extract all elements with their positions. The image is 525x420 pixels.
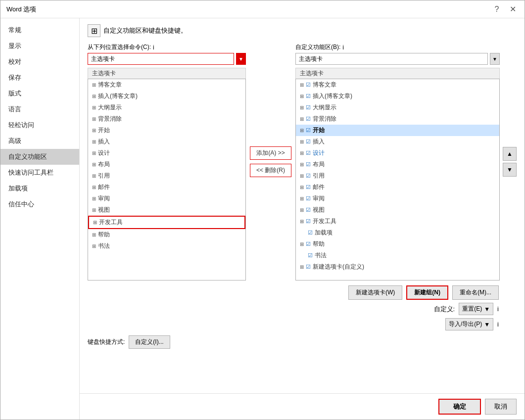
close-button[interactable]: ✕ bbox=[507, 3, 519, 15]
right-list-item[interactable]: ⊞ ☑ 设计 bbox=[296, 147, 499, 159]
list-item[interactable]: ⊞ 引用 bbox=[88, 170, 245, 182]
title-controls: ? ✕ bbox=[491, 3, 519, 15]
right-list-item[interactable]: ⊞ ☑ 引用 bbox=[296, 170, 499, 182]
new-group-button[interactable]: 新建组(N) bbox=[406, 285, 448, 300]
sidebar-item-layout[interactable]: 版式 bbox=[0, 86, 79, 101]
list-item-devtools[interactable]: ⊞ 开发工具 bbox=[88, 216, 245, 229]
keyboard-customize-button[interactable]: 自定义(I)... bbox=[129, 335, 170, 349]
move-down-button[interactable]: ▼ bbox=[503, 163, 517, 177]
right-list-item[interactable]: ⊞ ☑ 博客文章 bbox=[296, 79, 499, 91]
right-list-item[interactable]: ⊞ ☑ 开发工具 bbox=[296, 216, 499, 227]
tab-group-btns: 新建选项卡(W) 新建组(N) 重命名(M)... bbox=[88, 285, 499, 300]
dialog-footer: 确定 取消 bbox=[80, 393, 525, 420]
customize-icon: ⊞ bbox=[88, 24, 100, 37]
reset-row: 自定义: 重置(E) ▼ i bbox=[88, 303, 499, 315]
move-up-button[interactable]: ▲ bbox=[503, 147, 517, 161]
import-export-button[interactable]: 导入/导出(P) ▼ bbox=[445, 318, 493, 330]
left-dropdown-arrow[interactable]: ▼ bbox=[236, 53, 246, 65]
list-item[interactable]: ⊞ 博客文章 bbox=[88, 79, 245, 91]
word-options-dialog: Word 选项 ? ✕ 常规 显示 校对 保存 版式 语言 bbox=[0, 0, 525, 420]
rename-button[interactable]: 重命名(M)... bbox=[452, 285, 499, 300]
section-title: 自定义功能区和键盘快捷键。 bbox=[103, 26, 187, 35]
main-panel: ⊞ 自定义功能区和键盘快捷键。 从下列位置选择命令(C): i 主选项卡 bbox=[80, 18, 525, 393]
list-item[interactable]: ⊞ 大纲显示 bbox=[88, 102, 245, 113]
sidebar-item-quickaccess[interactable]: 快速访问工具栏 bbox=[0, 165, 79, 181]
right-dropdown-row: 主选项卡 ▼ bbox=[295, 53, 500, 65]
sidebar-item-customize[interactable]: 自定义功能区 bbox=[0, 149, 79, 165]
keyboard-label: 键盘快捷方式: bbox=[88, 338, 125, 346]
right-list-item[interactable]: ⊞ ☑ 大纲显示 bbox=[296, 102, 499, 113]
left-panel: 从下列位置选择命令(C): i 主选项卡 ▼ 主选项卡 ⊞ bbox=[88, 43, 246, 280]
sidebar-item-display[interactable]: 显示 bbox=[0, 38, 79, 54]
list-item[interactable]: ⊞ 背景消除 bbox=[88, 113, 245, 125]
right-list-item-start[interactable]: ⊞ ☑ 开始 bbox=[296, 125, 499, 136]
sidebar-item-accessibility[interactable]: 轻松访问 bbox=[0, 117, 79, 133]
right-dropdown[interactable]: 主选项卡 bbox=[295, 53, 488, 65]
section-header: ⊞ 自定义功能区和键盘快捷键。 bbox=[88, 24, 517, 37]
dialog-title: Word 选项 bbox=[6, 5, 36, 14]
list-item[interactable]: ⊞ 插入 bbox=[88, 136, 245, 147]
list-item[interactable]: ⊞ 邮件 bbox=[88, 182, 245, 193]
cancel-button[interactable]: 取消 bbox=[485, 399, 517, 415]
reset-info-icon: i bbox=[497, 305, 499, 313]
remove-button[interactable]: << 删除(R) bbox=[250, 164, 291, 177]
sidebar: 常规 显示 校对 保存 版式 语言 轻松访问 高级 bbox=[0, 18, 80, 420]
left-dropdown-row: 主选项卡 ▼ bbox=[88, 53, 246, 65]
left-dropdown[interactable]: 主选项卡 bbox=[88, 53, 234, 65]
right-info-icon: i bbox=[342, 44, 344, 51]
sidebar-item-language[interactable]: 语言 bbox=[0, 101, 79, 117]
right-list-item[interactable]: ⊞ ☑ 插入 bbox=[296, 136, 499, 147]
help-button[interactable]: ? bbox=[491, 3, 503, 15]
right-dropdown-arrow[interactable]: ▼ bbox=[490, 53, 500, 65]
right-list-item[interactable]: ⊞ ☑ 插入(博客文章) bbox=[296, 91, 499, 102]
main-content-area: ⊞ 自定义功能区和键盘快捷键。 从下列位置选择命令(C): i 主选项卡 bbox=[80, 18, 525, 420]
right-list-item[interactable]: ⊞ ☑ 视图 bbox=[296, 204, 499, 216]
dialog-body: 常规 显示 校对 保存 版式 语言 轻松访问 高级 bbox=[0, 18, 525, 420]
sidebar-item-proofing[interactable]: 校对 bbox=[0, 54, 79, 70]
list-item[interactable]: ⊞ 设计 bbox=[88, 147, 245, 159]
customize-label: 自定义: bbox=[434, 305, 455, 314]
sidebar-item-trustcenter[interactable]: 信任中心 bbox=[0, 196, 79, 212]
right-list-item[interactable]: ⊞ ☑ 背景消除 bbox=[296, 113, 499, 125]
right-list-box[interactable]: ⊞ ☑ 博客文章 ⊞ ☑ 插入(博客文章) ⊞ ☑ bbox=[295, 79, 500, 280]
left-panel-label: 从下列位置选择命令(C): i bbox=[88, 43, 246, 51]
reset-dropdown[interactable]: 重置(E) ▼ bbox=[459, 303, 493, 315]
right-list-item[interactable]: ⊞ ☑ 帮助 bbox=[296, 238, 499, 250]
right-list-item[interactable]: ⊞ ☑ 布局 bbox=[296, 159, 499, 170]
new-tab-button[interactable]: 新建选项卡(W) bbox=[348, 285, 402, 300]
right-list-item[interactable]: ☑ 书法 bbox=[296, 250, 499, 261]
list-item[interactable]: ⊞ 开始 bbox=[88, 125, 245, 136]
right-panel: 自定义功能区(B): i 主选项卡 ▼ 主选项卡 ⊞ bbox=[295, 43, 500, 280]
right-list-title: 主选项卡 bbox=[295, 68, 500, 79]
bottom-actions: 新建选项卡(W) 新建组(N) 重命名(M)... 自定义: 重置(E) ▼ i bbox=[88, 285, 517, 330]
right-panel-label: 自定义功能区(B): i bbox=[295, 43, 500, 51]
sidebar-item-save[interactable]: 保存 bbox=[0, 70, 79, 86]
list-item[interactable]: ⊞ 审阅 bbox=[88, 193, 245, 204]
add-button[interactable]: 添加(A) >> bbox=[250, 146, 291, 160]
left-list-title: 主选项卡 bbox=[88, 68, 246, 79]
keyboard-row: 键盘快捷方式: 自定义(I)... bbox=[88, 335, 517, 349]
left-info-icon: i bbox=[153, 44, 154, 51]
right-list-item[interactable]: ⊞ ☑ 新建选项卡(自定义) bbox=[296, 261, 499, 273]
right-list-item[interactable]: ☑ 加载项 bbox=[296, 227, 499, 238]
import-export-row: 导入/导出(P) ▼ i bbox=[88, 318, 499, 330]
sidebar-item-advanced[interactable]: 高级 bbox=[0, 133, 79, 149]
middle-buttons: 添加(A) >> << 删除(R) bbox=[246, 43, 295, 280]
lists-area: 从下列位置选择命令(C): i 主选项卡 ▼ 主选项卡 ⊞ bbox=[88, 43, 517, 280]
sidebar-item-general[interactable]: 常规 bbox=[0, 22, 79, 38]
sidebar-item-addins[interactable]: 加载项 bbox=[0, 181, 79, 196]
list-item[interactable]: ⊞ 插入(博客文章) bbox=[88, 91, 245, 102]
list-item[interactable]: ⊞ 视图 bbox=[88, 204, 245, 216]
import-info-icon: i bbox=[497, 321, 499, 328]
right-actions: ▲ ▼ bbox=[500, 43, 517, 280]
list-item[interactable]: ⊞ 帮助 bbox=[88, 229, 245, 240]
right-list-item[interactable]: ⊞ ☑ 邮件 bbox=[296, 182, 499, 193]
left-list-box[interactable]: ⊞ 博客文章 ⊞ 插入(博客文章) ⊞ 大纲显示 bbox=[88, 79, 246, 280]
list-item[interactable]: ⊞ 布局 bbox=[88, 159, 245, 170]
right-list-item[interactable]: ⊞ ☑ 审阅 bbox=[296, 193, 499, 204]
list-item[interactable]: ⊞ 书法 bbox=[88, 240, 245, 252]
title-bar: Word 选项 ? ✕ bbox=[0, 0, 525, 18]
ok-button[interactable]: 确定 bbox=[438, 399, 481, 415]
